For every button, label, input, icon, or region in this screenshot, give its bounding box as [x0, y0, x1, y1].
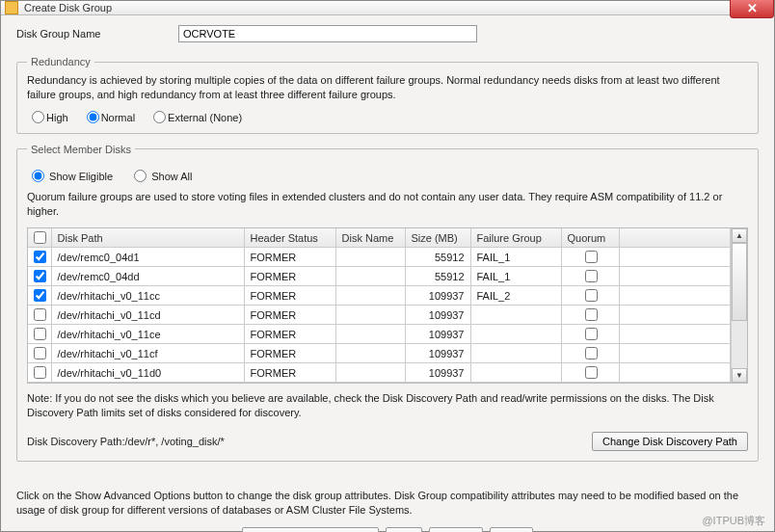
- group-name-label: Disk Group Name: [16, 28, 178, 40]
- footer-text: Click on the Show Advanced Options butto…: [16, 489, 759, 518]
- cell-disk-name: [335, 306, 405, 325]
- col-failure-group[interactable]: Failure Group: [470, 228, 561, 248]
- quorum-checkbox[interactable]: [585, 347, 598, 359]
- quorum-checkbox[interactable]: [585, 251, 598, 263]
- group-name-row: Disk Group Name: [16, 25, 759, 42]
- cell-disk-path: /dev/rhitachi_v0_11cf: [51, 344, 244, 363]
- col-check-all[interactable]: [28, 228, 51, 248]
- watermark: @ITPUB博客: [702, 514, 765, 528]
- check-all-checkbox[interactable]: [34, 231, 46, 244]
- cell-disk-path: /dev/remc0_04d1: [51, 248, 244, 267]
- titlebar: Create Disk Group ✕: [1, 1, 774, 15]
- quorum-desc: Quorum failure groups are used to store …: [27, 190, 748, 219]
- cell-failure-group[interactable]: [470, 363, 561, 383]
- button-bar: Show Advanced Options OK Cancel Help: [16, 527, 759, 532]
- table-row[interactable]: /dev/rhitachi_v0_11ceFORMER109937: [28, 325, 731, 344]
- show-all-radio[interactable]: [134, 170, 147, 182]
- dialog-window: Create Disk Group ✕ Disk Group Name Redu…: [0, 0, 775, 532]
- cell-failure-group[interactable]: [470, 344, 561, 363]
- cell-disk-path: /dev/rhitachi_v0_11d0: [51, 363, 244, 383]
- table-row[interactable]: /dev/rhitachi_v0_11d0FORMER109937: [28, 363, 731, 383]
- cell-failure-group[interactable]: [470, 325, 561, 344]
- table-row[interactable]: /dev/rhitachi_v0_11cdFORMER109937: [28, 306, 731, 325]
- row-checkbox[interactable]: [34, 308, 46, 321]
- scroll-track[interactable]: [732, 243, 747, 368]
- help-button[interactable]: Help: [490, 527, 533, 532]
- table-scrollbar[interactable]: ▲ ▼: [731, 228, 747, 383]
- col-quorum[interactable]: Quorum: [561, 228, 619, 248]
- redundancy-radio[interactable]: [87, 111, 99, 123]
- redundancy-option-external-none-[interactable]: External (None): [148, 112, 242, 123]
- redundancy-radios: HighNormalExternal (None): [27, 108, 748, 123]
- cell-size: 109937: [405, 306, 470, 325]
- table-row[interactable]: /dev/remc0_04d1FORMER55912FAIL_1: [28, 248, 731, 267]
- scroll-thumb[interactable]: [732, 243, 747, 321]
- show-eligible-radio[interactable]: [32, 170, 44, 182]
- redundancy-radio[interactable]: [32, 111, 44, 123]
- cell-disk-path: /dev/rhitachi_v0_11cd: [51, 306, 244, 325]
- table-row[interactable]: /dev/rhitachi_v0_11cfFORMER109937: [28, 344, 731, 363]
- disk-table: Disk Path Header Status Disk Name Size (…: [28, 228, 731, 383]
- cell-disk-name: [335, 344, 405, 363]
- cell-failure-group[interactable]: [470, 306, 561, 325]
- col-pad: [619, 228, 731, 248]
- redundancy-desc: Redundancy is achieved by storing multip…: [27, 73, 748, 102]
- row-checkbox[interactable]: [34, 366, 46, 379]
- quorum-checkbox[interactable]: [585, 308, 598, 321]
- group-name-input[interactable]: [178, 25, 477, 42]
- cell-header-status: FORMER: [244, 306, 335, 325]
- quorum-checkbox[interactable]: [585, 289, 598, 302]
- cell-size: 55912: [405, 267, 470, 286]
- redundancy-fieldset: Redundancy Redundancy is achieved by sto…: [16, 56, 759, 134]
- show-eligible-label[interactable]: Show Eligible: [27, 171, 116, 182]
- cell-disk-name: [335, 267, 405, 286]
- scroll-up-icon[interactable]: ▲: [732, 228, 747, 243]
- table-row[interactable]: /dev/remc0_04ddFORMER55912FAIL_1: [28, 267, 731, 286]
- col-size[interactable]: Size (MB): [405, 228, 470, 248]
- window-title: Create Disk Group: [24, 2, 770, 13]
- cell-header-status: FORMER: [244, 344, 335, 363]
- cell-header-status: FORMER: [244, 267, 335, 286]
- col-disk-name[interactable]: Disk Name: [335, 228, 405, 248]
- cell-disk-path: /dev/rhitachi_v0_11ce: [51, 325, 244, 344]
- quorum-checkbox[interactable]: [585, 366, 598, 379]
- redundancy-option-normal[interactable]: Normal: [82, 112, 135, 123]
- change-discovery-path-button[interactable]: Change Disk Discovery Path: [592, 432, 748, 451]
- quorum-checkbox[interactable]: [585, 328, 598, 340]
- dialog-footer: Click on the Show Advanced Options butto…: [1, 479, 774, 532]
- cell-size: 109937: [405, 286, 470, 306]
- cell-failure-group[interactable]: FAIL_1: [470, 267, 561, 286]
- show-advanced-button[interactable]: Show Advanced Options: [242, 527, 379, 532]
- cell-failure-group[interactable]: FAIL_1: [470, 248, 561, 267]
- cell-disk-name: [335, 325, 405, 344]
- row-checkbox[interactable]: [34, 289, 46, 302]
- redundancy-radio[interactable]: [153, 111, 166, 123]
- show-all-label[interactable]: Show All: [129, 171, 192, 182]
- row-checkbox[interactable]: [34, 251, 46, 263]
- dialog-body: Disk Group Name Redundancy Redundancy is…: [1, 15, 774, 479]
- ok-button[interactable]: OK: [386, 527, 422, 532]
- disk-note: Note: If you do not see the disks which …: [27, 391, 748, 420]
- close-button[interactable]: ✕: [730, 0, 774, 18]
- discovery-row: Disk Discovery Path:/dev/r*, /voting_dis…: [27, 432, 748, 451]
- cell-failure-group[interactable]: FAIL_2: [470, 286, 561, 306]
- row-checkbox[interactable]: [34, 328, 46, 340]
- cell-header-status: FORMER: [244, 363, 335, 383]
- cancel-button[interactable]: Cancel: [429, 527, 483, 532]
- member-legend: Select Member Disks: [27, 144, 135, 155]
- table-row[interactable]: /dev/rhitachi_v0_11ccFORMER109937FAIL_2: [28, 286, 731, 306]
- member-filter-row: Show Eligible Show All: [27, 167, 748, 182]
- redundancy-option-high[interactable]: High: [27, 112, 68, 123]
- disk-table-wrap: Disk Path Header Status Disk Name Size (…: [27, 227, 748, 384]
- row-checkbox[interactable]: [34, 347, 46, 359]
- cell-disk-name: [335, 363, 405, 383]
- cell-header-status: FORMER: [244, 248, 335, 267]
- scroll-down-icon[interactable]: ▼: [732, 368, 747, 383]
- row-checkbox[interactable]: [34, 270, 46, 282]
- cell-disk-name: [335, 286, 405, 306]
- cell-header-status: FORMER: [244, 286, 335, 306]
- col-header-status[interactable]: Header Status: [244, 228, 335, 248]
- col-disk-path[interactable]: Disk Path: [51, 228, 244, 248]
- member-fieldset: Select Member Disks Show Eligible Show A…: [16, 144, 759, 462]
- quorum-checkbox[interactable]: [585, 270, 598, 282]
